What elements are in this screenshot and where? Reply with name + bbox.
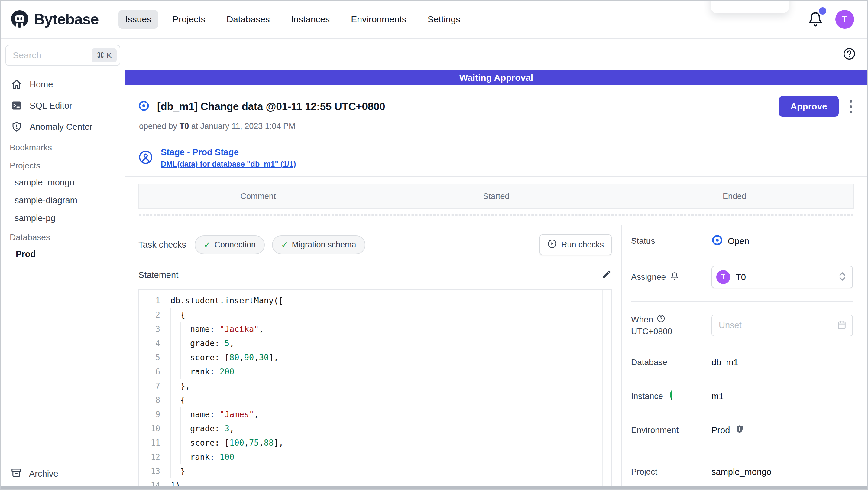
sidebar-item-sql-editor[interactable]: SQL Editor bbox=[1, 95, 125, 116]
sidebar-database-prod[interactable]: Prod bbox=[1, 245, 125, 263]
assignee-avatar: T bbox=[716, 270, 730, 284]
code-line: 6rank: 200 bbox=[139, 365, 611, 379]
assignee-bell-icon bbox=[670, 271, 679, 283]
notification-bell-icon[interactable] bbox=[808, 11, 823, 28]
approve-button[interactable]: Approve bbox=[779, 96, 839, 117]
search-shortcut-badge: ⌘ K bbox=[92, 49, 117, 62]
chevron-up-down-icon bbox=[838, 271, 847, 283]
assignee-stage-icon bbox=[138, 150, 153, 166]
protected-shield-icon bbox=[735, 424, 744, 436]
code-line: 7}, bbox=[139, 379, 611, 393]
shield-alert-icon bbox=[11, 121, 22, 133]
instance-value[interactable]: m1 bbox=[711, 392, 853, 401]
status-banner: Waiting Approval bbox=[125, 70, 867, 85]
bytebase-window: Bytebase Issues Projects Databases Insta… bbox=[0, 0, 868, 490]
sidebar-item-label: SQL Editor bbox=[30, 101, 72, 111]
environment-label: Environment bbox=[631, 425, 711, 435]
database-label: Database bbox=[631, 357, 711, 367]
nav-tab-settings[interactable]: Settings bbox=[421, 10, 467, 29]
assignee-select[interactable]: T T0 bbox=[711, 266, 853, 288]
help-icon[interactable] bbox=[843, 47, 856, 62]
sidebar-item-archive[interactable]: Archive bbox=[1, 461, 125, 489]
code-line: 2{ bbox=[139, 308, 611, 322]
bytebase-logo[interactable]: Bytebase bbox=[10, 10, 98, 29]
edit-statement-icon[interactable] bbox=[601, 269, 612, 281]
run-checks-button[interactable]: Run checks bbox=[539, 234, 612, 255]
check-success-icon: ✓ bbox=[204, 240, 211, 250]
assignee-value: T0 bbox=[736, 272, 832, 282]
sidebar-project-sample-diagram[interactable]: sample-diagram bbox=[1, 192, 125, 209]
statement-editor[interactable]: 1db.student.insertMany([2{3name: "Jacika… bbox=[138, 289, 612, 489]
top-header: Bytebase Issues Projects Databases Insta… bbox=[1, 1, 867, 39]
column-started: Started bbox=[377, 192, 615, 201]
column-ended: Ended bbox=[615, 192, 854, 201]
sidebar-section-bookmarks: Bookmarks bbox=[1, 137, 125, 155]
horizontal-scrollbar[interactable] bbox=[1, 486, 867, 489]
issue-meta: opened by T0 at January 11, 2023 1:04 PM bbox=[125, 117, 867, 139]
left-sidebar: ⌘ K Home SQL Editor bbox=[1, 39, 125, 489]
statement-label: Statement bbox=[138, 270, 178, 280]
database-value[interactable]: db_m1 bbox=[711, 357, 853, 368]
sidebar-section-databases: Databases bbox=[1, 227, 125, 245]
sidebar-project-sample-pg[interactable]: sample-pg bbox=[1, 209, 125, 227]
more-options-icon[interactable] bbox=[846, 97, 855, 116]
when-datepicker[interactable] bbox=[711, 315, 853, 336]
bytebase-mascot-icon bbox=[10, 10, 30, 29]
code-line: 8{ bbox=[139, 393, 611, 407]
issue-title: [db_m1] Change data @01-11 12:55 UTC+080… bbox=[157, 100, 771, 113]
home-icon bbox=[11, 79, 22, 90]
code-line: 4grade: 5, bbox=[139, 336, 611, 350]
code-line: 13} bbox=[139, 464, 611, 478]
task-link[interactable]: DML(data) for database "db_m1" (1/1) bbox=[161, 160, 296, 169]
when-input[interactable] bbox=[719, 320, 837, 330]
code-line: 9name: "James", bbox=[139, 407, 611, 421]
play-circle-icon bbox=[547, 239, 557, 251]
sidebar-project-sample-mongo[interactable]: sample_mongo bbox=[1, 174, 125, 192]
code-line: 5score: [80,90,30], bbox=[139, 350, 611, 365]
archive-icon bbox=[11, 467, 22, 480]
status-open-icon bbox=[711, 234, 723, 248]
issue-creator: T0 bbox=[180, 122, 189, 131]
task-checks-label: Task checks bbox=[138, 240, 186, 250]
user-avatar[interactable]: T bbox=[835, 10, 854, 29]
terminal-icon bbox=[11, 100, 22, 111]
check-connection[interactable]: ✓ Connection bbox=[195, 235, 265, 254]
assignee-label: Assignee bbox=[631, 272, 666, 282]
ghost-tooltip bbox=[711, 0, 789, 13]
issue-open-icon bbox=[138, 100, 149, 113]
sidebar-item-anomaly-center[interactable]: Anomaly Center bbox=[1, 116, 125, 137]
main-content: Waiting Approval [db_m1] Change data @01… bbox=[125, 39, 867, 489]
nav-tab-databases[interactable]: Databases bbox=[220, 10, 276, 29]
status-value: Open bbox=[728, 236, 749, 246]
check-success-icon: ✓ bbox=[281, 240, 288, 250]
task-run-table-empty bbox=[139, 209, 854, 215]
sidebar-section-projects: Projects bbox=[1, 155, 125, 174]
status-label: Status bbox=[631, 236, 711, 246]
brand-name: Bytebase bbox=[34, 10, 98, 28]
notification-dot bbox=[819, 7, 826, 15]
code-line: 1db.student.insertMany([ bbox=[139, 293, 611, 308]
column-comment: Comment bbox=[139, 192, 377, 201]
sidebar-item-home[interactable]: Home bbox=[1, 74, 125, 95]
nav-tab-instances[interactable]: Instances bbox=[284, 10, 336, 29]
when-label: When bbox=[631, 315, 653, 324]
editor-scrollbar[interactable] bbox=[602, 290, 602, 489]
code-line: 10grade: 3, bbox=[139, 421, 611, 436]
task-run-table: Comment Started Ended bbox=[138, 183, 854, 215]
code-lines: 1db.student.insertMany([2{3name: "Jacika… bbox=[139, 293, 611, 489]
stage-link[interactable]: Stage - Prod Stage bbox=[161, 147, 296, 157]
instance-label: Instance bbox=[631, 392, 663, 401]
calendar-icon bbox=[837, 320, 847, 331]
environment-value[interactable]: Prod bbox=[711, 425, 730, 435]
nav-tab-projects[interactable]: Projects bbox=[166, 10, 212, 29]
sidebar-item-label: Anomaly Center bbox=[30, 122, 92, 132]
check-migration-schema[interactable]: ✓ Migration schema bbox=[272, 235, 365, 254]
code-line: 3name: "Jacika", bbox=[139, 322, 611, 336]
nav-tab-issues[interactable]: Issues bbox=[119, 10, 158, 29]
project-label: Project bbox=[631, 467, 711, 477]
sidebar-item-label: Archive bbox=[29, 469, 58, 479]
task-detail-panel: Task checks ✓ Connection ✓ Migration sch… bbox=[125, 225, 622, 489]
nav-tab-environments[interactable]: Environments bbox=[344, 10, 413, 29]
project-value[interactable]: sample_mongo bbox=[711, 467, 853, 477]
when-help-icon bbox=[657, 314, 665, 325]
